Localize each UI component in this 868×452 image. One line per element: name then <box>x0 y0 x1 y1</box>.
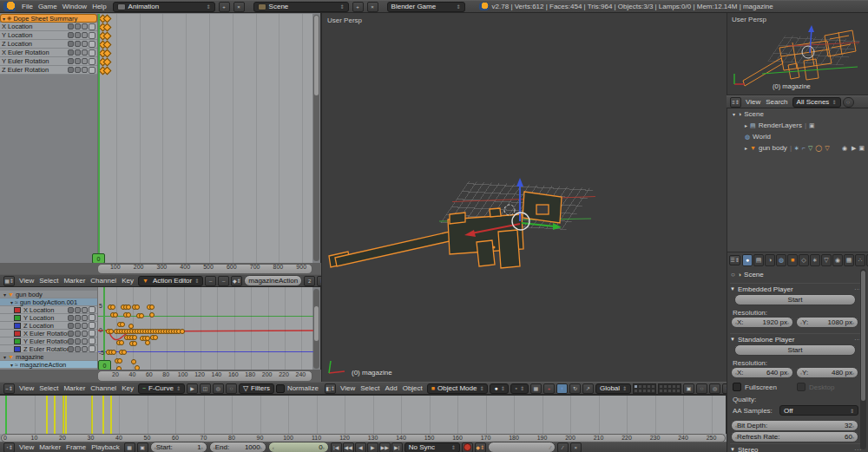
render-visibility-camera-icon[interactable]: ▣ <box>858 145 868 152</box>
speaker-icon[interactable] <box>75 23 81 29</box>
play-reverse-button[interactable]: ◀ <box>355 442 366 452</box>
keyframe-diamond[interactable] <box>103 41 112 49</box>
dope-sheet-frame-ruler[interactable]: 100200300400500600700800900 <box>0 263 321 274</box>
layer-toggle[interactable] <box>676 389 681 393</box>
editor-type-button[interactable]: ☰⇕ <box>729 255 740 265</box>
jump-to-next-keyframe-button[interactable]: ▶▶ <box>379 442 391 452</box>
increment-arrow-icon[interactable]: › <box>852 423 854 429</box>
visibility-eye-icon[interactable]: ◉ <box>842 145 849 152</box>
channel-lock-toggle[interactable] <box>89 23 95 30</box>
ghost-icon[interactable] <box>82 346 88 352</box>
expand-icon[interactable]: ▾ <box>3 354 6 360</box>
proportional-edit-button[interactable]: ◌ <box>696 383 707 394</box>
keyframe-diamond[interactable] <box>103 15 112 23</box>
normalize-checkbox[interactable] <box>276 384 285 393</box>
wrench-icon[interactable] <box>68 32 74 38</box>
translate-manipulator-button[interactable]: ↑ <box>556 383 568 394</box>
ghost-icon[interactable] <box>82 307 88 313</box>
channel-lock-toggle[interactable] <box>89 337 95 344</box>
channel-lock-toggle[interactable] <box>89 32 95 39</box>
channel-lock-toggle[interactable] <box>89 345 95 352</box>
play-button[interactable]: ▶ <box>367 442 378 452</box>
speaker-icon[interactable] <box>75 323 81 329</box>
expand-icon[interactable]: ▾ <box>733 111 735 117</box>
increment-arrow-icon[interactable]: › <box>787 370 789 376</box>
pin-icon[interactable]: ○ <box>731 271 735 278</box>
menu-help[interactable]: Help <box>89 3 108 10</box>
outliner-row-renderlayers[interactable]: ▸ ▤ RenderLayers | ▣ <box>727 120 868 131</box>
dope-channel-row[interactable]: Z Euler Rotation <box>0 66 97 75</box>
current-frame-line[interactable] <box>5 396 7 434</box>
speaker-icon[interactable] <box>75 315 81 321</box>
keyframe-point[interactable] <box>120 322 125 327</box>
zoom-tool-button[interactable]: ◌ <box>226 383 237 394</box>
menu-channel[interactable]: Channel <box>88 277 119 285</box>
channel-lock-toggle[interactable] <box>89 322 95 329</box>
speaker-icon[interactable] <box>75 58 81 64</box>
active-keying-set-field[interactable]: ∕ <box>488 442 556 452</box>
properties-tab-object[interactable]: ■ <box>787 254 798 266</box>
render-engine-selector[interactable]: Blender Game ⇕ <box>387 2 465 12</box>
keyframe-point[interactable] <box>135 305 140 310</box>
vertical-scrollbar[interactable] <box>313 289 319 369</box>
keyframe-point[interactable] <box>153 335 158 340</box>
dope-channel-row[interactable]: Y Location <box>0 31 97 40</box>
expand-icon[interactable]: ▾ <box>3 16 5 22</box>
keyframe-point[interactable] <box>126 305 131 310</box>
menu-object[interactable]: Object <box>400 384 425 392</box>
blender-app-icon[interactable] <box>3 2 16 11</box>
ghost-curves-button[interactable]: ◫ <box>200 383 211 394</box>
properties-tab-particles[interactable]: ∴ <box>855 254 865 266</box>
editor-type-button[interactable]: ◔⇕ <box>3 442 15 452</box>
graph-mode-selector[interactable]: ~ F-Curve ⇕ <box>138 383 185 394</box>
properties-tab-world[interactable]: ◍ <box>776 254 786 266</box>
graph-curve-area[interactable]: 5 0 -5 0 <box>97 287 312 370</box>
editor-type-button[interactable]: ▦⇕ <box>3 276 15 286</box>
keyframe-diamond[interactable] <box>103 58 112 67</box>
dope-channel-row[interactable]: Z Location <box>0 40 97 49</box>
menu-view[interactable]: View <box>16 443 36 451</box>
manipulator-toggle-button[interactable]: + <box>543 383 555 394</box>
add-screen-button[interactable]: + <box>219 2 230 12</box>
menu-file[interactable]: File <box>19 3 36 10</box>
vertical-scrollbar[interactable] <box>860 269 866 449</box>
rotate-manipulator-button[interactable]: ↻ <box>569 383 581 394</box>
keying-set-type-button[interactable]: ◆⇕ <box>475 442 486 452</box>
channel-lock-toggle[interactable] <box>89 330 95 337</box>
stereo-panel-header[interactable]: ▼ Stereo ⋯ <box>730 443 861 452</box>
properties-tab-modifiers[interactable]: ∗ <box>810 254 820 266</box>
lock-to-scene-button[interactable]: ▣ <box>683 383 694 394</box>
browse-action-down-button[interactable]: – <box>218 276 229 286</box>
increment-arrow-icon[interactable]: › <box>201 445 203 450</box>
channel-lock-toggle[interactable] <box>89 58 95 65</box>
outliner-row-gun-body[interactable]: ▸ ▼ gun body | ∗ ⌐ ▽ ◯ ▽ ◉ ▶ ▣ <box>727 142 868 154</box>
menu-marker[interactable]: Marker <box>61 277 88 285</box>
embedded-resolution-x-field[interactable]: ‹ X: 1920 px › <box>731 317 793 328</box>
properties-tab-texture[interactable]: ▦ <box>844 254 854 266</box>
aa-samples-dropdown[interactable]: Off ⇕ <box>779 405 858 416</box>
insert-keyframe-icon[interactable]: ∕ <box>550 445 551 450</box>
expand-icon[interactable]: ▾ <box>3 292 6 298</box>
menu-view[interactable]: View <box>16 277 36 285</box>
increment-arrow-icon[interactable]: › <box>323 445 325 450</box>
auto-keyframe-button[interactable] <box>462 442 473 452</box>
increment-arrow-icon[interactable]: › <box>260 445 262 450</box>
filters-button[interactable]: ▽ Filters <box>239 383 274 394</box>
wrench-icon[interactable] <box>68 315 74 321</box>
embedded-start-button[interactable]: Start <box>734 294 856 305</box>
ghost-icon[interactable] <box>82 338 88 344</box>
menu-marker[interactable]: Marker <box>36 443 63 451</box>
graph-channel-row[interactable]: ▾≈magazineAction <box>0 361 97 369</box>
gun-grip[interactable] <box>477 240 495 266</box>
outliner-row-world[interactable]: ◍ World <box>727 131 868 142</box>
channel-lock-toggle[interactable] <box>89 67 95 74</box>
keyframe-point[interactable] <box>122 350 127 355</box>
channel-lock-toggle[interactable] <box>89 49 95 56</box>
speaker-icon[interactable] <box>75 32 81 38</box>
collapse-icon[interactable]: ▼ <box>730 337 735 342</box>
lock-time-button[interactable]: ▣ <box>137 442 148 452</box>
wrench-icon[interactable] <box>68 41 74 47</box>
ghost-icon[interactable] <box>82 32 88 38</box>
editor-type-button[interactable]: ~⇕ <box>3 383 15 394</box>
dope-channel-row[interactable]: X Location <box>0 23 97 31</box>
